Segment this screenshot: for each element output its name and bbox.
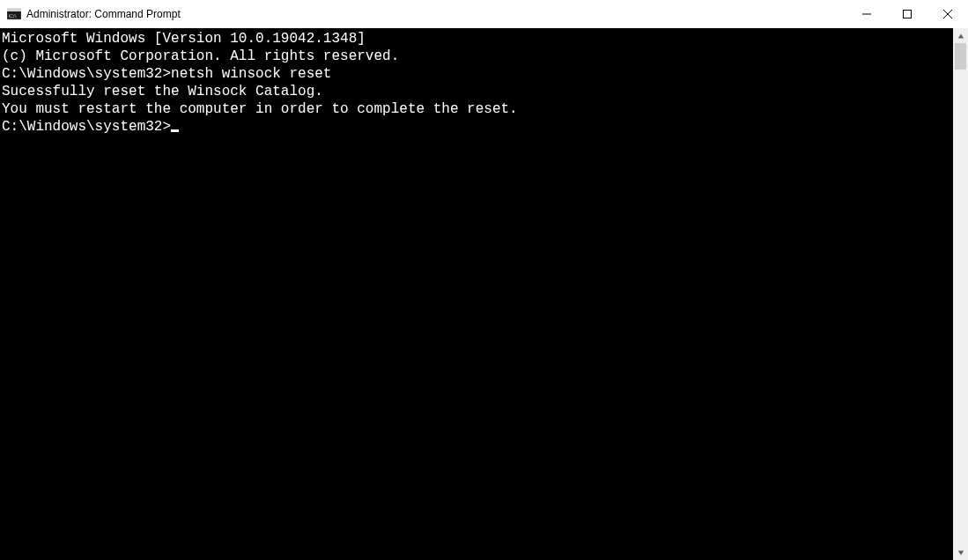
scroll-thumb[interactable]	[955, 43, 966, 70]
minimize-button[interactable]	[846, 0, 887, 28]
svg-text:C:\: C:\	[9, 12, 17, 19]
command-line: C:\Windows\system32>netsh winsock reset	[2, 65, 953, 83]
close-button[interactable]	[927, 0, 968, 28]
scroll-up-button[interactable]	[953, 28, 968, 43]
command-prompt-icon: C:\	[7, 7, 21, 21]
scroll-track[interactable]	[953, 43, 968, 545]
scroll-down-button[interactable]	[953, 545, 968, 560]
version-line: Microsoft Windows [Version 10.0.19042.13…	[2, 30, 953, 48]
window-controls	[846, 0, 968, 28]
command-text: netsh winsock reset	[171, 66, 331, 82]
svg-marker-7	[957, 33, 963, 38]
cursor-icon	[171, 129, 179, 132]
prompt-line: C:\Windows\system32>	[2, 118, 953, 136]
client-area: Microsoft Windows [Version 10.0.19042.13…	[0, 28, 968, 560]
window-title: Administrator: Command Prompt	[26, 8, 181, 20]
output-line: Sucessfully reset the Winsock Catalog.	[2, 83, 953, 100]
terminal-output[interactable]: Microsoft Windows [Version 10.0.19042.13…	[0, 28, 953, 560]
vertical-scrollbar[interactable]	[953, 28, 968, 560]
maximize-button[interactable]	[887, 0, 927, 28]
copyright-line: (c) Microsoft Corporation. All rights re…	[2, 48, 953, 65]
command-prompt-window: C:\ Administrator: Command Prompt Micros…	[0, 0, 968, 560]
svg-marker-8	[957, 550, 963, 555]
titlebar[interactable]: C:\ Administrator: Command Prompt	[0, 0, 968, 28]
prompt-text: C:\Windows\system32>	[2, 66, 171, 82]
svg-rect-1	[7, 9, 21, 11]
prompt-text: C:\Windows\system32>	[2, 119, 171, 135]
output-line: You must restart the computer in order t…	[2, 100, 953, 118]
svg-rect-4	[904, 11, 912, 18]
